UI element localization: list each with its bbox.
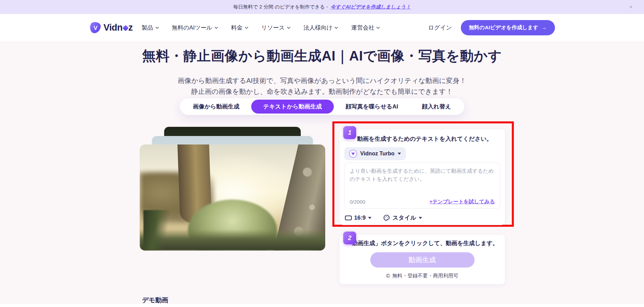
vidnoz-logo[interactable]: V Vidnz (89, 21, 133, 34)
footnote-text: 無料・登録不要・商用利用可 (392, 273, 458, 279)
login-link[interactable]: ログイン (428, 24, 452, 32)
chevron-down-icon (287, 27, 291, 29)
aspect-ratio-icon (345, 216, 352, 220)
subtitle-line-2: 静止画の画像を動かし、命を吹き込みます。動画制作がどなたでも簡単にできます！ (0, 86, 644, 97)
try-template-link[interactable]: +テンプレートを試してみる (430, 199, 495, 205)
demo-videos-heading: デモ動画 (142, 296, 168, 305)
model-selector-value: Vidnoz Turbo (360, 151, 395, 157)
options-row: 16:9 スタイル (345, 214, 422, 222)
prompt-textarea[interactable] (345, 163, 500, 194)
promo-link[interactable]: 今すぐAIビデオを作成しましょう！ (331, 4, 411, 10)
style-label: スタイル (393, 214, 416, 222)
generate-video-button[interactable]: 動画生成 (370, 252, 474, 268)
tab-face-swap[interactable]: 顔入れ替え (410, 100, 463, 114)
prompt-textarea-container: 0/2000 +テンプレートを試してみる (344, 163, 500, 209)
tab-image-to-video[interactable]: 画像から動画生成 (181, 100, 251, 114)
logo-wordmark: Vidnz (104, 22, 133, 33)
nav-item-company[interactable]: 運営会社 (351, 24, 380, 32)
nav-item-pricing[interactable]: 料金 (231, 24, 248, 32)
step2-number-badge: 2 (343, 232, 356, 244)
model-selector-dropdown[interactable]: Vidnoz Turbo (344, 147, 406, 160)
nav-item-free-ai-tools[interactable]: 無料のAIツール (172, 24, 218, 32)
aspect-ratio-value: 16:9 (354, 215, 366, 221)
page-title: 無料・静止画像から動画生成AI｜AIで画像・写真を動かす (0, 47, 644, 65)
arrow-right-icon: → (541, 24, 547, 31)
close-icon[interactable]: × (629, 0, 632, 14)
logo-o-diamond-icon (122, 25, 128, 31)
nav-item-products[interactable]: 製品 (142, 24, 159, 32)
promo-text: 毎日無料で 2 分間 のビデオを制作できる - (233, 4, 328, 10)
tab-text-to-video[interactable]: テキストから動画生成 (251, 100, 334, 114)
aspect-ratio-dropdown[interactable]: 16:9 (345, 215, 371, 221)
promo-banner: 毎日無料で 2 分間 のビデオを制作できる - 今すぐAIビデオを作成しましょう… (0, 0, 644, 14)
caret-down-icon (368, 217, 371, 219)
nav-item-resources[interactable]: リソース (261, 24, 291, 32)
chevron-down-icon (334, 27, 338, 29)
nav-item-business[interactable]: 法人様向け (303, 24, 338, 32)
palette-icon (383, 214, 390, 221)
main-nav: 製品 無料のAIツール 料金 リソース 法人様向け (142, 24, 380, 32)
style-dropdown[interactable]: スタイル (383, 214, 422, 222)
step1-number-badge: 1 (343, 126, 356, 139)
step2-card: 「動画生成」ボタンをクリックして、動画を生成します。 動画生成 © 無料・登録不… (339, 234, 505, 285)
char-counter: 0/2000 (350, 199, 365, 205)
next-section-strip (0, 304, 644, 307)
subtitle-line-1: 画像から動画生成するAI技術で、写真や画像があっという間にハイクオリティな動画に… (0, 75, 644, 86)
vidnoz-turbo-icon (349, 150, 357, 158)
step2-footnote: © 無料・登録不要・商用利用可 (340, 273, 505, 279)
feature-tabs: 画像から動画生成 テキストから動画生成 顔写真を喋らせるAI 顔入れ替え (180, 98, 465, 115)
tab-talking-photo[interactable]: 顔写真を喋らせるAI (334, 100, 410, 114)
step2-title: 「動画生成」ボタンをクリックして、動画を生成します。 (340, 239, 505, 247)
chevron-down-icon (245, 27, 248, 29)
create-free-video-button[interactable]: 無料のAIビデオを作成します → (461, 20, 555, 35)
step1-title: 動画を生成するためのテキストを入れてください。 (357, 135, 492, 143)
page-subtitle: 画像から動画生成するAI技術で、写真や画像があっという間にハイクオリティな動画に… (0, 75, 644, 97)
chevron-down-icon (214, 27, 218, 29)
header: V Vidnz 製品 無料のAIツール 料金 リソース (0, 14, 644, 41)
chevron-down-icon (376, 27, 380, 29)
step1-card: 動画を生成するためのテキストを入れてください。 Vidnoz Turbo 0/2… (339, 129, 505, 225)
vidnoz-logo-icon: V (89, 21, 102, 34)
demo-photo (140, 144, 325, 251)
caret-down-icon (398, 153, 401, 155)
caret-down-icon (419, 217, 422, 219)
page: 毎日無料で 2 分間 のビデオを制作できる - 今すぐAIビデオを作成しましょう… (0, 0, 644, 307)
chevron-down-icon (155, 27, 159, 29)
copyright-icon: © (386, 273, 390, 279)
svg-text:V: V (93, 25, 98, 31)
